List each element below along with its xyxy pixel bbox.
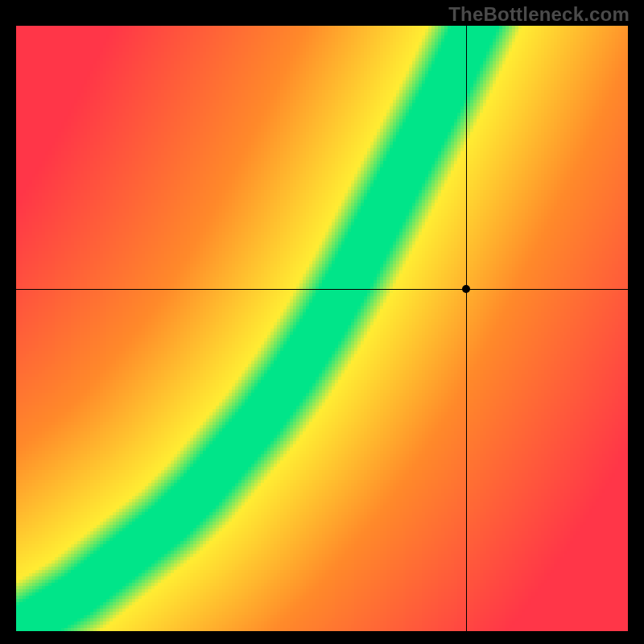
heatmap-canvas (16, 26, 628, 631)
crosshair-vertical (466, 26, 467, 631)
watermark-text: TheBottleneck.com (448, 3, 630, 26)
heatmap-plot (16, 26, 628, 631)
crosshair-horizontal (16, 289, 628, 290)
chart-frame: TheBottleneck.com (0, 0, 644, 644)
crosshair-marker-dot (462, 285, 470, 293)
